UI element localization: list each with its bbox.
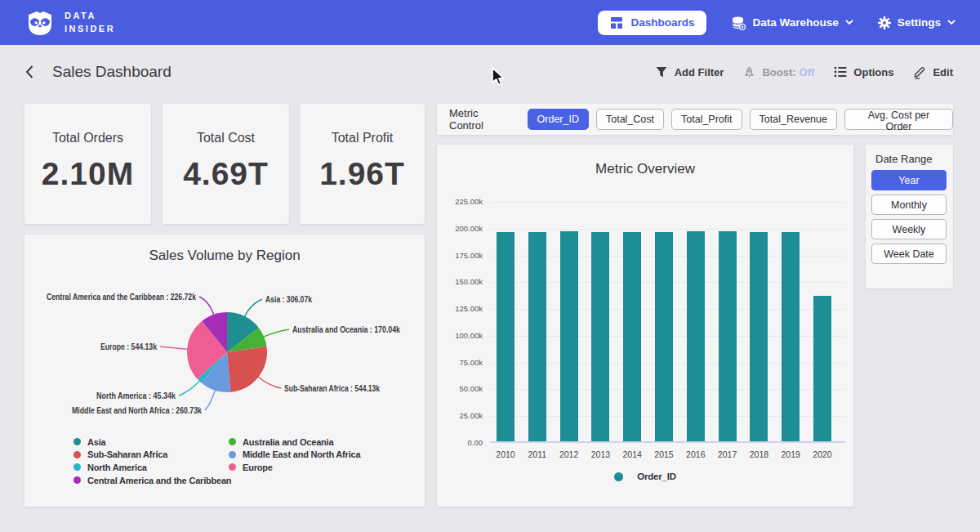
y-tick-label: 75.00k [437, 358, 483, 367]
bar-2014[interactable] [623, 232, 641, 441]
options-list-icon [834, 65, 847, 78]
date-range-monthly-button[interactable]: Monthly [871, 194, 947, 215]
settings-menu[interactable]: Settings [878, 16, 956, 29]
date-range-weekly-button[interactable]: Weekly [871, 219, 947, 239]
legend-label: Order_ID [637, 472, 676, 481]
pie-legend-item-middle-east-and-north-africa[interactable]: Middle East and North Africa [229, 449, 360, 462]
pie-legend-item-north-america[interactable]: North America [74, 461, 231, 474]
date-range-week-date-button[interactable]: Week Date [871, 244, 947, 264]
bar-2010[interactable] [497, 232, 514, 441]
options-label: Options [853, 66, 893, 78]
bar-2013[interactable] [591, 232, 609, 441]
pie-leader-line [205, 391, 215, 410]
kpi-label: Total Orders [24, 131, 151, 145]
dashboard-header: Sales Dashboard Add Filter [0, 45, 980, 99]
x-tick-label: 2012 [553, 449, 586, 459]
pencil-icon [913, 65, 926, 79]
edit-button[interactable]: Edit [913, 65, 953, 79]
boost-toggle[interactable]: Boost: Off [743, 66, 814, 78]
bar-legend-order-id[interactable]: Order_ID [437, 472, 853, 481]
pie-slice-label: North America : 45.34k [96, 391, 176, 400]
date-range-panel: Date Range Year Monthly Weekly Week Date [866, 145, 953, 288]
pie-leader-line [245, 299, 262, 316]
y-tick-label: 50.00k [437, 384, 483, 393]
brand[interactable]: DATA INSIDER [24, 7, 115, 38]
legend-dot [74, 476, 81, 484]
pie-legend-item-sub-saharan-africa[interactable]: Sub-Saharan Africa [74, 449, 231, 462]
pie-leader-line [264, 329, 289, 337]
pie-legend-item-central-america-and-the-caribbean[interactable]: Central America and the Caribbean [74, 474, 231, 487]
pie-legend-item-asia[interactable]: Asia [74, 436, 231, 449]
bar-2017[interactable] [719, 231, 737, 441]
metric-button-total-revenue[interactable]: Total_Revenue [750, 109, 837, 130]
x-tick-label: 2020 [806, 449, 839, 459]
legend-label: Australia and Oceania [243, 437, 333, 447]
pie-leader-line [258, 378, 281, 389]
pie-legend-column-2: Australia and OceaniaMiddle East and Nor… [229, 436, 360, 474]
chevron-down-icon [947, 20, 956, 25]
brand-line1: DATA [65, 10, 115, 23]
pie-legend-item-europe[interactable]: Europe [229, 461, 360, 474]
kpi-label: Total Profit [300, 131, 425, 145]
pie-leader-line [199, 297, 214, 315]
dashboard-grid-icon [610, 16, 623, 29]
y-tick-label: 0.00 [437, 438, 483, 447]
sales-dashboard-page: DATA INSIDER Dashboards [0, 0, 980, 532]
metric-button-avg-cost-per-order[interactable]: Avg. Cost per Order [844, 109, 953, 130]
toolbar: Add Filter Boost: Off [655, 65, 953, 79]
y-tick-label: 150.00k [437, 277, 483, 286]
options-button[interactable]: Options [834, 65, 893, 78]
bar-2012[interactable] [560, 231, 578, 441]
kpi-card-total-profit: Total Profit 1.96T [300, 104, 425, 224]
y-tick-label: 100.00k [437, 331, 483, 340]
metric-control-label: Metric Control [449, 107, 514, 132]
metric-control-bar: Metric Control Order_ID Total_Cost Total… [437, 104, 953, 135]
metric-button-order-id[interactable]: Order_ID [528, 109, 589, 130]
gridline [490, 229, 845, 230]
kpi-value: 1.96T [300, 156, 425, 192]
legend-dot [74, 438, 81, 445]
x-tick-label: 2013 [584, 449, 617, 459]
legend-label: Middle East and North Africa [243, 449, 360, 459]
pie-slice-label: Middle East and North Africa : 260.73k [72, 405, 202, 415]
boost-value: Off [800, 66, 815, 78]
chevron-left-icon [24, 65, 34, 79]
dashboards-button[interactable]: Dashboards [598, 11, 706, 35]
dashboards-label: Dashboards [630, 16, 694, 29]
page-title: Sales Dashboard [52, 63, 172, 81]
legend-dot [229, 438, 236, 445]
filter-funnel-icon [655, 66, 668, 78]
brand-text: DATA INSIDER [65, 10, 115, 36]
legend-label: Asia [87, 437, 105, 447]
bar-chart-title: Metric Overview [437, 161, 853, 177]
bar-2015[interactable] [655, 232, 673, 441]
data-warehouse-label: Data Warehouse [752, 16, 838, 29]
x-tick-label: 2017 [711, 449, 744, 459]
pie-slice-sub-saharan-africa[interactable] [227, 346, 267, 392]
metric-overview-card: Metric Overview 225.00k200.00k175.00k150… [437, 145, 853, 507]
pie-slice-label: Australia and Oceania : 170.04k [292, 324, 400, 334]
bar-2020[interactable] [813, 296, 831, 441]
database-icon [731, 16, 746, 30]
pie-legend-item-australia-and-oceania[interactable]: Australia and Oceania [229, 436, 360, 449]
owl-logo-icon [24, 7, 56, 38]
x-tick-label: 2018 [742, 449, 775, 459]
bar-2019[interactable] [782, 232, 800, 442]
top-nav: DATA INSIDER Dashboards [0, 0, 980, 45]
metric-button-total-cost[interactable]: Total_Cost [596, 109, 664, 130]
pie-chart-title: Sales Volume by Region [24, 248, 425, 264]
x-tick-label: 2015 [648, 449, 680, 459]
bar-2016[interactable] [687, 231, 705, 441]
back-button[interactable] [24, 65, 34, 79]
x-tick-label: 2010 [489, 449, 522, 459]
nav-menu: Dashboards Data Warehouse [598, 11, 956, 35]
add-filter-button[interactable]: Add Filter [655, 66, 724, 78]
bar-2011[interactable] [528, 232, 546, 441]
date-range-year-button[interactable]: Year [871, 170, 947, 190]
data-warehouse-menu[interactable]: Data Warehouse [731, 16, 853, 30]
pie-chart: Asia : 306.07kAustralia and Oceania : 17… [24, 277, 425, 428]
bar-2018[interactable] [750, 232, 768, 441]
pie-leader-line [160, 346, 187, 349]
legend-dot [229, 463, 236, 471]
metric-button-total-profit[interactable]: Total_Profit [671, 109, 742, 130]
